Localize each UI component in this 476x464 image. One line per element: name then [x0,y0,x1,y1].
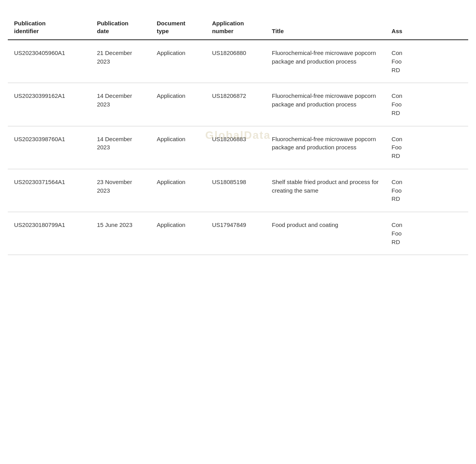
table-row: US20230180799A115 June 2023ApplicationUS… [8,212,468,255]
patent-table: Publicationidentifier Publicationdate Do… [8,16,468,255]
cell-pub-id: US20230405960A1 [8,40,91,83]
cell-doc-type: Application [151,83,206,126]
cell-title: Shelf stable fried product and process f… [266,169,385,212]
cell-assignee: ConFooRD [385,126,468,169]
patent-table-wrapper: GlobalData Publicationidentifier Publica… [8,16,468,255]
cell-title: Fluorochemical-free microwave popcorn pa… [266,83,385,126]
cell-pub-date: 14 December 2023 [91,126,150,169]
cell-title: Fluorochemical-free microwave popcorn pa… [266,126,385,169]
table-row: US20230405960A121 December 2023Applicati… [8,40,468,83]
col-header-assignee: Ass [385,16,468,40]
cell-title: Food product and coating [266,212,385,255]
cell-pub-date: 14 December 2023 [91,83,150,126]
cell-pub-date: 15 June 2023 [91,212,150,255]
cell-app-num: US18206872 [206,83,265,126]
cell-pub-date: 23 November 2023 [91,169,150,212]
col-header-app-num: Applicationnumber [206,16,265,40]
cell-assignee: ConFooRD [385,212,468,255]
cell-app-num: US17947849 [206,212,265,255]
col-header-pub-id: Publicationidentifier [8,16,91,40]
cell-pub-id: US20230399162A1 [8,83,91,126]
col-header-pub-date: Publicationdate [91,16,150,40]
cell-app-num: US18085198 [206,169,265,212]
col-header-title: Title [266,16,385,40]
cell-doc-type: Application [151,212,206,255]
cell-pub-id: US20230180799A1 [8,212,91,255]
table-row: US20230399162A114 December 2023Applicati… [8,83,468,126]
table-header-row: Publicationidentifier Publicationdate Do… [8,16,468,40]
cell-doc-type: Application [151,169,206,212]
cell-assignee: ConFooRD [385,83,468,126]
cell-doc-type: Application [151,40,206,83]
cell-app-num: US18206880 [206,40,265,83]
table-row: US20230398760A114 December 2023Applicati… [8,126,468,169]
cell-pub-id: US20230371564A1 [8,169,91,212]
col-header-doc-type: Documenttype [151,16,206,40]
table-body: US20230405960A121 December 2023Applicati… [8,40,468,255]
cell-title: Fluorochemical-free microwave popcorn pa… [266,40,385,83]
cell-assignee: ConFooRD [385,169,468,212]
cell-pub-id: US20230398760A1 [8,126,91,169]
cell-app-num: US18206883 [206,126,265,169]
cell-assignee: ConFooRD [385,40,468,83]
cell-doc-type: Application [151,126,206,169]
cell-pub-date: 21 December 2023 [91,40,150,83]
table-row: US20230371564A123 November 2023Applicati… [8,169,468,212]
